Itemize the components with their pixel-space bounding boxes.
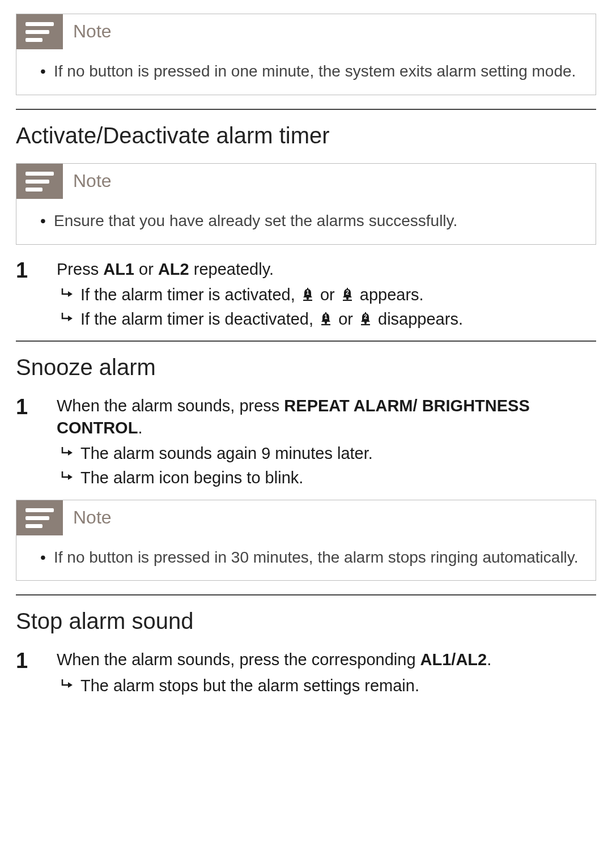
step-body: When the alarm sounds, press the corresp… xyxy=(57,649,596,696)
note-header: Note xyxy=(16,164,596,199)
text-strong: AL2 xyxy=(158,260,189,278)
text: Press xyxy=(57,260,103,278)
text: appears. xyxy=(360,286,424,304)
result-arrow-icon xyxy=(57,284,78,299)
text: or xyxy=(320,286,339,304)
divider xyxy=(16,594,596,595)
text: When the alarm sounds, press the corresp… xyxy=(57,650,420,669)
text: When the alarm sounds, press xyxy=(57,397,284,415)
text: . xyxy=(487,650,491,669)
note-body: If no button is pressed in one minute, t… xyxy=(16,49,596,95)
svg-text:1: 1 xyxy=(306,290,309,296)
step-text: Press AL1 or AL2 repeatedly. xyxy=(57,258,596,280)
step-number: 1 xyxy=(16,649,57,696)
result-line: The alarm sounds again 9 minutes later. xyxy=(57,442,596,465)
note-label: Note xyxy=(63,14,112,49)
section-title: Stop alarm sound xyxy=(16,606,596,636)
text: or xyxy=(338,310,358,328)
result-line: The alarm stops but the alarm settings r… xyxy=(57,675,596,697)
text: If the alarm timer is deactivated, xyxy=(80,310,318,328)
note-label: Note xyxy=(63,500,112,535)
note-label: Note xyxy=(63,164,112,199)
note-lines-icon xyxy=(16,500,63,535)
text: If the alarm timer is activated, xyxy=(80,286,300,304)
result-text: The alarm stops but the alarm settings r… xyxy=(78,675,596,697)
text: or xyxy=(134,260,158,278)
divider xyxy=(16,341,596,342)
result-arrow-icon xyxy=(57,308,78,323)
result-text: The alarm icon begins to blink. xyxy=(78,467,596,489)
text: repeatedly. xyxy=(189,260,274,278)
result-line: If the alarm timer is activated, 1 or 2 … xyxy=(57,284,596,306)
divider xyxy=(16,109,596,110)
svg-text:2: 2 xyxy=(364,314,367,320)
result-arrow-icon xyxy=(57,442,78,457)
text: disappears. xyxy=(378,310,463,328)
note-header: Note xyxy=(16,14,596,49)
note-lines-icon xyxy=(16,14,63,49)
note-header: Note xyxy=(16,500,596,535)
result-line: The alarm icon begins to blink. xyxy=(57,467,596,489)
bell-2-icon: 2 xyxy=(359,312,372,326)
result-line: If the alarm timer is deactivated, 1 or … xyxy=(57,308,596,330)
svg-text:2: 2 xyxy=(346,290,349,296)
result-text: If the alarm timer is deactivated, 1 or … xyxy=(78,308,596,330)
note-item: If no button is pressed in 30 minutes, t… xyxy=(40,547,581,568)
bell-1-icon: 1 xyxy=(301,287,314,302)
result-text: If the alarm timer is activated, 1 or 2 … xyxy=(78,284,596,306)
text-strong: AL1/AL2 xyxy=(420,650,487,669)
note-item: Ensure that you have already set the ala… xyxy=(40,210,581,232)
bell-1-icon: 1 xyxy=(319,312,333,326)
note-box: Note If no button is pressed in one minu… xyxy=(16,14,596,95)
text-strong: AL1 xyxy=(103,260,134,278)
result-text: The alarm sounds again 9 minutes later. xyxy=(78,442,596,465)
result-arrow-icon xyxy=(57,467,78,482)
result-arrow-icon xyxy=(57,675,78,690)
note-item: If no button is pressed in one minute, t… xyxy=(40,61,581,82)
svg-text:1: 1 xyxy=(324,314,328,320)
section-title: Snooze alarm xyxy=(16,352,596,382)
section-title: Activate/Deactivate alarm timer xyxy=(16,120,596,151)
note-box: Note Ensure that you have already set th… xyxy=(16,163,596,245)
step: 1 When the alarm sounds, press REPEAT AL… xyxy=(16,395,596,490)
step-number: 1 xyxy=(16,258,57,330)
step: 1 Press AL1 or AL2 repeatedly. If the al… xyxy=(16,258,596,330)
bell-2-icon: 2 xyxy=(341,287,354,302)
step-text: When the alarm sounds, press REPEAT ALAR… xyxy=(57,395,596,439)
step-text: When the alarm sounds, press the corresp… xyxy=(57,649,596,671)
step: 1 When the alarm sounds, press the corre… xyxy=(16,649,596,696)
step-number: 1 xyxy=(16,395,57,490)
step-body: When the alarm sounds, press REPEAT ALAR… xyxy=(57,395,596,490)
note-lines-icon xyxy=(16,164,63,199)
text: . xyxy=(138,419,142,437)
note-box: Note If no button is pressed in 30 minut… xyxy=(16,500,596,581)
step-body: Press AL1 or AL2 repeatedly. If the alar… xyxy=(57,258,596,330)
note-body: If no button is pressed in 30 minutes, t… xyxy=(16,535,596,581)
note-body: Ensure that you have already set the ala… xyxy=(16,199,596,244)
